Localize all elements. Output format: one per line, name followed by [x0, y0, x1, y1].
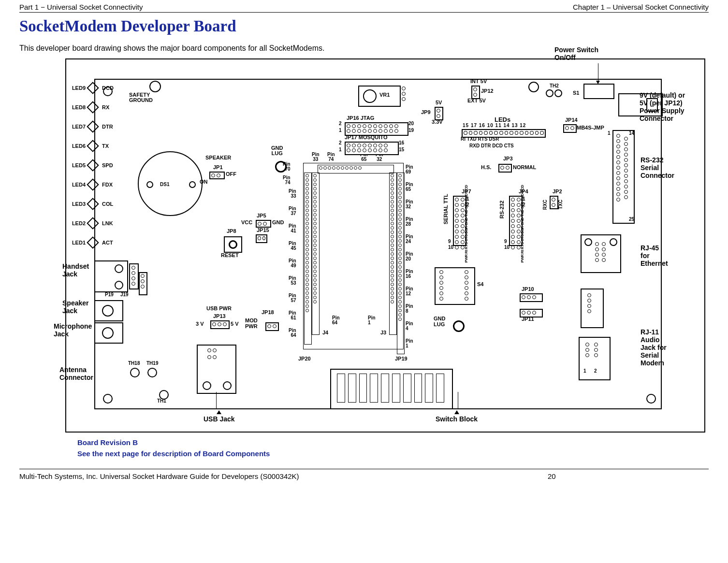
led-sigs-l: RI TXD RTS DSR — [461, 137, 499, 142]
led-icon — [87, 120, 99, 132]
led-sig: RX — [102, 105, 109, 110]
jp5-label: JP5 — [257, 213, 266, 218]
led-sig: DCD — [102, 86, 114, 91]
pin-label: Pin 12 — [406, 287, 413, 296]
safety-ground-label: SAFETY GROUND — [129, 92, 153, 103]
mb4s-label: MB4S-JMP — [577, 125, 604, 130]
hs-label: H.S. — [481, 165, 491, 170]
rj45-callout: RJ-45 for Ethernet — [641, 244, 668, 267]
mod-pwr-label: MOD PWR — [245, 318, 258, 329]
pin-label: Pin 32 — [406, 200, 413, 209]
v5a: 5V — [436, 100, 442, 105]
led-nums: 15 17 16 10 11 14 13 12 — [463, 123, 526, 128]
pin-label: Pin 49 — [289, 259, 296, 268]
led-icon — [87, 101, 99, 113]
jp15-label: JP15 — [257, 228, 269, 233]
th2: TH2 — [550, 84, 559, 88]
rs1: 1 — [608, 131, 611, 136]
led-sig: LNK — [102, 221, 113, 226]
n1b: 1 — [339, 147, 342, 152]
n9a: 9 — [448, 239, 451, 244]
caption-next: See the next page for description of Boa… — [77, 448, 709, 460]
n19a: 19 — [408, 128, 414, 133]
mic-callout: Microphone Jack — [54, 322, 92, 338]
jp8-label: JP8 — [227, 229, 236, 234]
pin-label: Pin 24 — [406, 234, 413, 244]
strip-sigs2: PWR RI RTS CTS DSR GND TXD STR RXD DCD — [521, 185, 524, 263]
intro-text: This developer board drawing shows the m… — [19, 44, 709, 53]
jp11-label: JP11 — [522, 317, 534, 322]
header-left: Part 1 − Universal Socket Connectivity — [19, 3, 143, 11]
reset-label: RESET — [221, 253, 239, 258]
rxc: RXC — [543, 200, 548, 210]
usb-callout: USB Jack — [204, 410, 235, 423]
led-sig: ACT — [102, 240, 113, 245]
pin-label: Pin 28 — [406, 217, 413, 227]
j4-label: J4 — [322, 330, 328, 335]
led-sig: TX — [102, 144, 109, 149]
th1-label: TH1 — [157, 399, 166, 404]
led-sig: DTR — [102, 124, 113, 130]
pin-label: Pin 16 — [406, 269, 413, 279]
n16b: 16 — [399, 141, 404, 145]
jp20-label: JP20 — [298, 356, 311, 361]
jp2-label: JP2 — [553, 189, 562, 194]
led-name: LED1 — [61, 240, 86, 245]
n15b: 15 — [399, 147, 404, 152]
jp18-label: JP18 — [262, 310, 274, 315]
footer-page: 20 — [548, 472, 556, 480]
led-icon — [87, 140, 99, 152]
on-label: ON — [200, 179, 208, 185]
pin-label: Pin 33 — [312, 152, 320, 162]
power-switch-callout: Power Switch On/Off — [554, 46, 598, 61]
jp1-label: JP1 — [213, 165, 223, 170]
pin64b: Pin 64 — [332, 316, 340, 325]
n10b: 10 — [504, 245, 510, 250]
ext5v: EXT 5V — [467, 98, 486, 103]
pin-label: Pin 53 — [289, 276, 296, 286]
led-name: LED8 — [61, 105, 86, 110]
led-name: LED2 — [61, 221, 86, 226]
ds1-label: DS1 — [160, 182, 169, 187]
gnd-lug-label: GND LUG — [271, 145, 283, 156]
n20a: 20 — [408, 121, 414, 126]
pin-label: Pin 64 — [289, 328, 296, 338]
v3-label: 3 V — [196, 321, 204, 327]
pin-label: Pin 8 — [406, 304, 413, 314]
pin-label: Pin 1 — [406, 339, 413, 348]
led-icon — [87, 159, 99, 171]
n2b: 2 — [339, 141, 342, 145]
jp12-label: JP12 — [481, 88, 494, 94]
pin-label: Pin 45 — [289, 241, 296, 251]
led-name: LED5 — [61, 163, 86, 168]
rj11-callout: RJ-11 Audio Jack for Serial Modem — [641, 328, 667, 367]
led-icon — [87, 178, 99, 190]
pin-label: Pin 4 — [406, 321, 413, 331]
n2a: 2 — [339, 121, 342, 126]
normal-label: NORMAL — [513, 165, 536, 170]
rs14: 14 — [629, 131, 634, 136]
gnd-lug2: GND LUG — [434, 316, 445, 327]
rs232-callout: RS-232 Serial Connector — [641, 156, 674, 179]
jp14-label: JP14 — [565, 117, 578, 123]
page-title: SocketModem Developer Board — [19, 17, 709, 35]
pin-label: Pin 41 — [289, 224, 296, 233]
off-label: OFF — [226, 172, 236, 177]
strip-sigs1: PWR RI RTS CTS DSR GND TXD STR RXD DCD — [465, 185, 468, 263]
n10a: 10 — [448, 245, 453, 250]
vcc-label: VCC — [241, 220, 252, 225]
led-icon — [87, 82, 99, 94]
jp19-label: JP19 — [395, 356, 408, 361]
header-right: Chapter 1 – Universal Socket Connectivit… — [573, 3, 709, 11]
handset-callout: Handset Jack — [62, 262, 89, 278]
led-sig: SPD — [102, 163, 113, 168]
n1a: 1 — [339, 128, 342, 133]
led-icon — [87, 236, 99, 248]
s4-label: S4 — [477, 282, 483, 287]
pin-label: Pin 74 — [327, 152, 335, 162]
speaker-label: SPEAKER — [205, 155, 231, 160]
j3-label: J3 — [380, 330, 386, 335]
pin-label: Pin 20 — [406, 252, 413, 261]
jp16-label: JP16 JTAG — [347, 115, 374, 121]
int5v: INT 5V — [470, 79, 487, 84]
